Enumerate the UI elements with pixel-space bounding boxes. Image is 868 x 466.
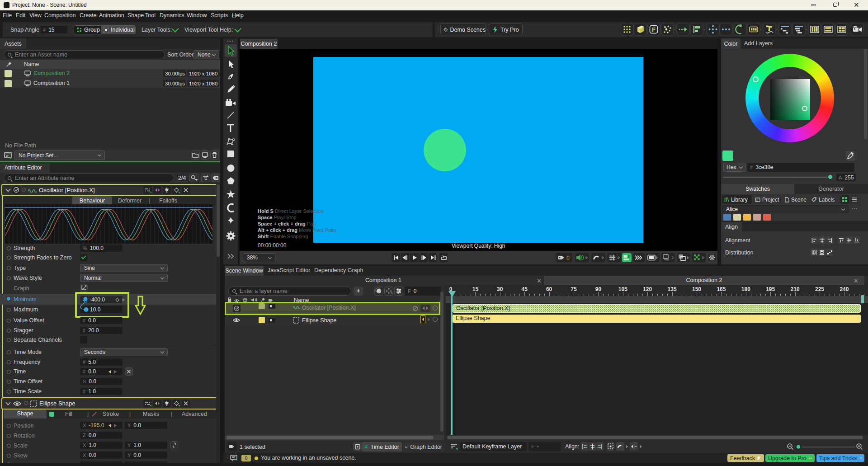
svg-text:0: 0 (566, 255, 570, 261)
svg-text:F: F (652, 26, 656, 33)
